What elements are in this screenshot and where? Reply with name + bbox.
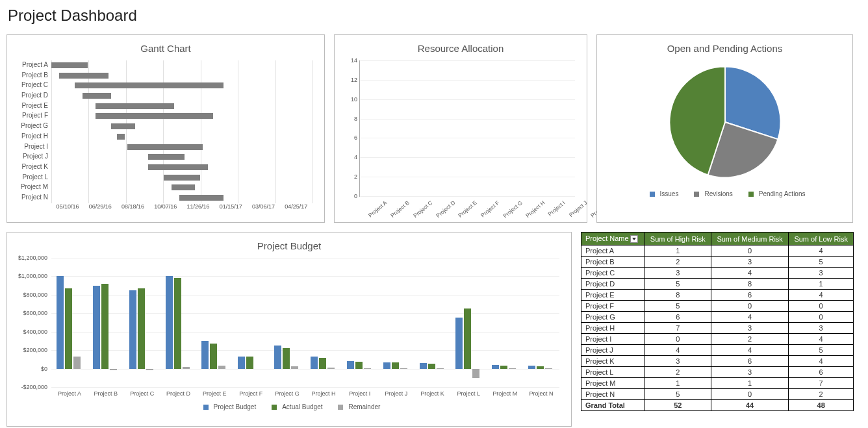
gantt-row-label: Project I bbox=[12, 143, 48, 150]
budget-bar bbox=[65, 288, 72, 369]
risk-table-panel: Project NameSum of High RiskSum of Mediu… bbox=[581, 232, 854, 427]
table-row: Project H733 bbox=[581, 323, 854, 334]
budget-x-label: Project D bbox=[160, 390, 197, 397]
budget-bar bbox=[73, 357, 81, 368]
budget-bar-group bbox=[305, 258, 342, 387]
gantt-bar bbox=[83, 93, 111, 99]
table-cell: Project F bbox=[581, 301, 645, 312]
table-cell: 8 bbox=[711, 279, 788, 290]
gantt-row-label: Project B bbox=[12, 71, 48, 79]
budget-bar bbox=[218, 366, 225, 368]
budget-x-label: Project A bbox=[51, 390, 88, 397]
budget-bar bbox=[57, 276, 64, 368]
budget-bar bbox=[400, 368, 407, 369]
budget-bar bbox=[274, 346, 281, 369]
table-cell: Project D bbox=[581, 279, 645, 290]
budget-bar bbox=[101, 284, 108, 369]
table-cell: 5 bbox=[789, 257, 854, 268]
budget-x-label: Project I bbox=[342, 390, 378, 397]
gantt-row-label: Project N bbox=[12, 194, 48, 201]
dropdown-icon[interactable] bbox=[630, 235, 638, 243]
table-cell: 1 bbox=[789, 279, 854, 290]
budget-title: Project Budget bbox=[12, 240, 566, 251]
table-cell: 3 bbox=[645, 268, 711, 279]
budget-bar bbox=[464, 308, 471, 368]
table-cell: 3 bbox=[711, 367, 788, 378]
table-row: Project F500 bbox=[581, 301, 854, 312]
resource-x-label: Project D bbox=[435, 199, 456, 219]
table-row: Project J445 bbox=[581, 345, 854, 356]
budget-bar-group bbox=[342, 258, 378, 387]
gantt-row: Project L bbox=[51, 173, 313, 183]
budget-bar-group bbox=[269, 258, 305, 387]
gantt-row-label: Project J bbox=[12, 153, 48, 160]
budget-bar bbox=[138, 288, 145, 369]
table-cell: 52 bbox=[645, 400, 711, 411]
resource-x-label: Project F bbox=[479, 199, 500, 219]
table-cell: Project C bbox=[581, 268, 645, 279]
table-cell: 4 bbox=[789, 356, 854, 367]
table-cell: 5 bbox=[645, 301, 711, 312]
budget-bar-group bbox=[51, 258, 88, 387]
gantt-chart-panel: Gantt Chart Project AProject BProject CP… bbox=[6, 34, 325, 223]
table-cell: 0 bbox=[789, 301, 854, 312]
pie-legend: IssuesRevisionsPending Actions bbox=[602, 190, 847, 197]
table-cell: 3 bbox=[711, 257, 788, 268]
table-cell: Project N bbox=[581, 389, 645, 400]
budget-bar bbox=[364, 368, 371, 369]
gantt-row-label: Project G bbox=[12, 122, 48, 129]
gantt-row-label: Project H bbox=[12, 132, 48, 140]
gantt-bar bbox=[148, 164, 208, 170]
gantt-bar bbox=[117, 134, 125, 140]
table-cell: 4 bbox=[711, 312, 788, 323]
budget-bar bbox=[311, 357, 318, 368]
page-title: Project Dashboard bbox=[8, 6, 862, 25]
budget-bar-group bbox=[233, 258, 269, 387]
budget-bar bbox=[528, 366, 535, 368]
legend-item: Issues bbox=[645, 190, 679, 197]
table-cell: Project K bbox=[581, 356, 645, 367]
table-row: Project C343 bbox=[581, 268, 854, 279]
pie-title: Open and Pending Actions bbox=[602, 43, 847, 54]
table-cell: Project L bbox=[581, 367, 645, 378]
legend-swatch bbox=[694, 192, 699, 197]
table-header: Sum of Medium Risk bbox=[711, 233, 788, 245]
gantt-bar bbox=[179, 195, 223, 201]
table-cell: 5 bbox=[645, 389, 711, 400]
table-cell: Project G bbox=[581, 312, 645, 323]
budget-bar bbox=[455, 318, 463, 368]
budget-bar bbox=[146, 369, 153, 371]
budget-bar bbox=[283, 348, 290, 369]
gantt-row: Project I bbox=[51, 142, 313, 153]
resource-x-label: Project I bbox=[547, 199, 567, 218]
gantt-x-tick: 04/25/17 bbox=[280, 203, 313, 210]
table-cell: Project I bbox=[581, 334, 645, 345]
table-cell: 4 bbox=[789, 245, 854, 257]
table-cell: Project H bbox=[581, 323, 645, 334]
gantt-bar bbox=[111, 123, 134, 129]
resource-x-label: Project E bbox=[457, 199, 479, 219]
table-row: Project E864 bbox=[581, 290, 854, 301]
gantt-bar bbox=[75, 82, 223, 88]
table-cell: Project M bbox=[581, 378, 645, 389]
budget-x-label: Project C bbox=[124, 390, 160, 397]
budget-bar bbox=[110, 369, 117, 371]
gantt-bar bbox=[96, 103, 174, 109]
budget-x-label: Project B bbox=[88, 390, 124, 397]
resource-x-label: Project J bbox=[567, 199, 588, 218]
table-cell: 0 bbox=[711, 301, 788, 312]
table-cell: Project E bbox=[581, 290, 645, 301]
gantt-bar bbox=[96, 113, 213, 119]
budget-bar bbox=[174, 278, 181, 368]
gantt-row-label: Project K bbox=[12, 163, 48, 170]
gantt-row-label: Project E bbox=[12, 102, 48, 109]
gantt-row-label: Project A bbox=[12, 61, 48, 68]
budget-bar-group bbox=[124, 258, 160, 387]
table-cell: 1 bbox=[645, 378, 711, 389]
table-header: Sum of Low Risk bbox=[789, 233, 854, 245]
resource-chart-panel: Resource Allocation 02468101214 Project … bbox=[334, 34, 587, 223]
budget-bar bbox=[420, 363, 427, 369]
table-row: Project B235 bbox=[581, 257, 854, 268]
table-cell: 4 bbox=[789, 334, 854, 345]
resource-x-label: Project H bbox=[525, 199, 546, 219]
